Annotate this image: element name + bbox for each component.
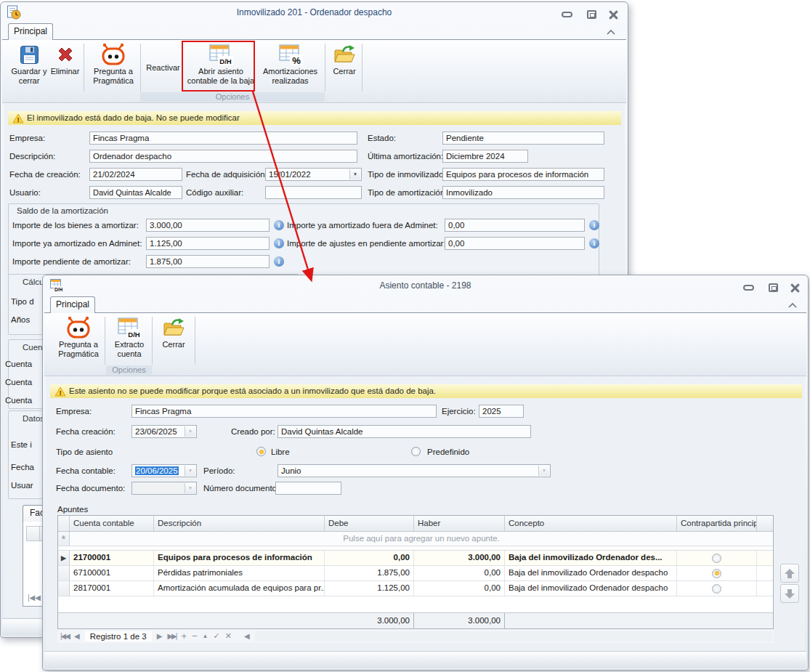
fecha-creacion-field-w2[interactable]: 23/06/2025 ▼	[131, 425, 197, 438]
ask-pragmatica-button[interactable]: Pregunta a Pragmática	[87, 42, 139, 93]
cell-descripcion[interactable]: Equipos para procesos de información	[154, 551, 325, 565]
window1-tab-principal[interactable]: Principal	[8, 23, 53, 40]
cell-descripcion[interactable]: Amortización acumulada de equipos para p…	[154, 581, 325, 596]
radio-libre-label[interactable]: Libre	[271, 448, 290, 456]
cell-descripcion[interactable]: Pérdidas patrimoniales	[154, 566, 325, 580]
info-icon[interactable]: i	[274, 256, 284, 267]
radio-predefinido-label[interactable]: Predefinido	[427, 448, 469, 456]
contrapartida-radio[interactable]	[712, 584, 721, 594]
cell-contrapartida[interactable]	[677, 566, 757, 580]
importe-adminet-field[interactable]: 1.125,00	[146, 237, 270, 250]
ejercicio-field[interactable]: 2025	[479, 405, 524, 418]
window1-close-form-button[interactable]: Cerrar	[327, 42, 362, 93]
apunte-row[interactable]: ▶ 21700001 Equipos para procesos de info…	[58, 551, 773, 566]
hscroll-track[interactable]	[255, 631, 772, 641]
nav-prev-button[interactable]: ◀	[74, 632, 80, 640]
hscroll-left-button[interactable]: ◀	[244, 632, 250, 640]
cell-concepto[interactable]: Baja del inmovilizado Ordenador despacho	[505, 566, 677, 580]
cell-cuenta[interactable]: 21700001	[70, 551, 154, 565]
importe-pendiente-field[interactable]: 1.875,00	[146, 255, 270, 268]
header-contrapartida[interactable]: Contrapartida principal	[677, 516, 757, 531]
cell-haber[interactable]: 0,00	[414, 566, 505, 580]
fecha-creacion-field[interactable]: 21/02/2024	[89, 168, 182, 181]
importe-fuera-field[interactable]: 0,00	[445, 219, 585, 232]
empresa-field-w2[interactable]: Fincas Pragma	[131, 405, 437, 418]
header-concepto[interactable]: Concepto	[505, 516, 677, 531]
importe-bienes-label: Importe de los bienes a amortizar:	[12, 221, 139, 230]
cell-debe[interactable]: 1.125,00	[325, 581, 414, 596]
cell-cuenta[interactable]: 67100001	[70, 566, 154, 580]
nav-add-button[interactable]: +	[181, 631, 187, 641]
window1-collapse-ribbon-icon[interactable]	[606, 28, 617, 37]
contrapartida-radio[interactable]	[712, 569, 721, 578]
nav-remove-button[interactable]: −	[192, 631, 198, 641]
numero-documento-field[interactable]	[275, 482, 341, 495]
info-icon[interactable]: i	[589, 220, 599, 230]
move-row-up-button[interactable]	[780, 564, 799, 583]
importe-ajustes-field[interactable]: 0,00	[445, 237, 585, 250]
cell-contrapartida[interactable]	[677, 581, 757, 596]
nav-next-button[interactable]: ▶	[157, 632, 163, 640]
nav-last-button[interactable]: ▶▶|	[167, 632, 176, 640]
importe-bienes-field[interactable]: 3.000,00	[146, 219, 270, 232]
estado-field[interactable]: Pendiente	[442, 131, 604, 145]
fecha-adquisicion-field[interactable]: 15/01/2022 ▼	[265, 168, 362, 181]
delete-button[interactable]: Eliminar	[48, 42, 82, 93]
save-close-button[interactable]: Guardar y cerrar	[11, 42, 47, 93]
radio-predefinido[interactable]	[411, 447, 421, 456]
fecha-contable-field[interactable]: 20/06/2025 ▼	[131, 464, 197, 477]
nav-commit-button[interactable]: ✓	[213, 631, 219, 641]
window1-close-button[interactable]	[607, 9, 619, 20]
window2-close-form-button[interactable]: Cerrar	[155, 315, 193, 366]
fecha-documento-field[interactable]: ▼	[131, 482, 197, 495]
contrapartida-radio[interactable]	[712, 554, 721, 563]
new-row[interactable]: * Pulse aquí para agregar un nuevo apunt…	[58, 532, 773, 546]
cell-haber[interactable]: 3.000,00	[414, 551, 505, 565]
cell-haber[interactable]: 0,00	[414, 581, 505, 596]
creado-por-field[interactable]: David Quintas Alcalde	[278, 425, 531, 438]
cell-concepto[interactable]: Baja del inmovilizado Ordenador despacho	[505, 581, 677, 596]
nav-first-button[interactable]: |◀◀	[60, 632, 69, 640]
ask-pragmatica-button-w2[interactable]: Pregunta a Pragmática	[53, 315, 104, 366]
nav-cancel-button[interactable]: ✕	[225, 631, 232, 641]
window1-minimize-button[interactable]	[561, 9, 572, 20]
tipo-amortizacion-field[interactable]: Inmovilizado	[442, 186, 604, 199]
cell-debe[interactable]: 1.875,00	[325, 566, 414, 580]
radio-libre[interactable]	[256, 447, 266, 456]
move-row-down-button[interactable]	[780, 584, 799, 603]
info-icon[interactable]: i	[274, 238, 284, 248]
amortizations-button[interactable]: % Amortizaciones realizadas	[258, 42, 323, 93]
codigo-auxiliar-field[interactable]	[265, 186, 362, 199]
window2-restore-button[interactable]	[767, 283, 779, 293]
apunte-row[interactable]: 67100001 Pérdidas patrimoniales 1.875,00…	[58, 566, 773, 581]
window2-close-button[interactable]	[789, 283, 801, 293]
window2-titlebar[interactable]: D/H Asiento contable - 2198	[43, 275, 808, 296]
header-haber[interactable]: Haber	[414, 516, 505, 531]
tipo-inmovilizado-field[interactable]: Equipos para procesos de información	[442, 168, 604, 181]
usuario-field[interactable]: David Quintas Alcalde	[89, 186, 182, 199]
header-debe[interactable]: Debe	[325, 516, 414, 531]
info-icon[interactable]: i	[274, 220, 284, 230]
window1-titlebar[interactable]: Inmovilizado 201 - Ordenador despacho	[1, 2, 628, 23]
nav-edit-button[interactable]: ▲	[203, 633, 208, 639]
cell-contrapartida[interactable]	[677, 551, 757, 565]
info-icon[interactable]: i	[589, 238, 599, 248]
ultima-amortizacion-field[interactable]: Diciembre 2024	[442, 150, 528, 163]
cell-debe[interactable]: 0,00	[325, 551, 414, 565]
periodo-field[interactable]: Junio ▼	[278, 464, 551, 477]
dropdown-arrow-icon[interactable]: ▼	[349, 169, 360, 179]
header-descripcion[interactable]: Descripción	[154, 516, 325, 531]
cell-concepto[interactable]: Baja del inmovilizado Ordenador des...	[505, 551, 677, 565]
window1-restore-button[interactable]	[586, 9, 597, 20]
descripcion-field[interactable]: Ordenador despacho	[89, 150, 357, 163]
new-row-hint[interactable]: Pulse aquí para agregar un nuevo apunte.	[70, 532, 773, 546]
reactivate-button[interactable]: Reactivar	[142, 42, 184, 93]
empresa-field[interactable]: Fincas Pragma	[89, 131, 357, 145]
window2-tab-principal[interactable]: Principal	[50, 296, 95, 313]
window2-collapse-ribbon-icon[interactable]	[787, 301, 799, 310]
apunte-row[interactable]: 28170001 Amortización acumulada de equip…	[58, 581, 773, 596]
cell-cuenta[interactable]: 28170001	[70, 581, 154, 596]
window2-minimize-button[interactable]	[742, 283, 754, 293]
extracto-cuenta-button[interactable]: D/H Extracto cuenta	[108, 315, 151, 366]
header-cuenta-contable[interactable]: Cuenta contable	[70, 516, 154, 531]
